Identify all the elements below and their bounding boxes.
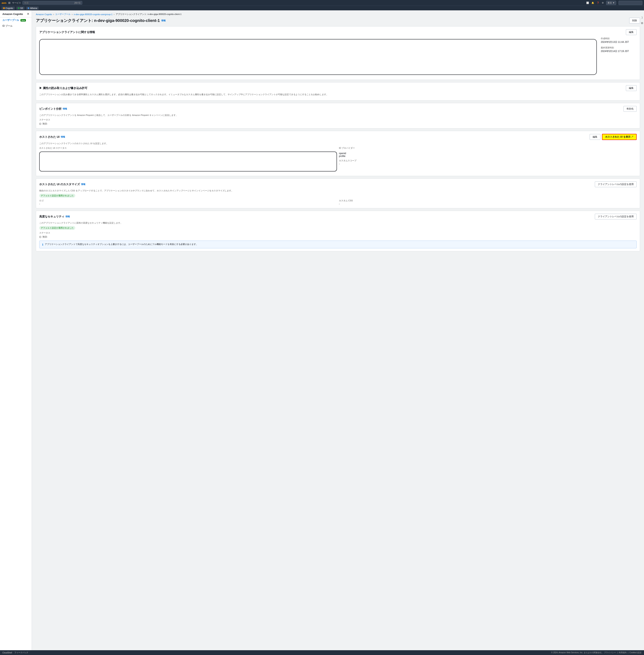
athena-dot [28,7,29,9]
footer-left: CloudShell フィードバック [2,651,28,654]
hosted-ui-edit-button[interactable]: 編集 [590,134,600,140]
s3-tab[interactable]: S3 [16,6,24,10]
hosted-ui-customize-card: ホストされた UI のカスタマイズ 情報 クライアントレベルの設定を使用 独自の… [36,178,640,208]
cookie-link[interactable]: Cookieの設定 [629,651,642,654]
custom-scope-value: - [339,162,637,165]
customize-logo-col: ロゴ - [39,199,337,205]
created-label: 作成時刻 [601,37,637,40]
nav-search-box[interactable] [619,1,642,5]
app-client-info-header: アプリケーションクライアントに関する情報 編集 [39,29,637,35]
footer-right: © 2024, Amazon Web Services, Inc. またはその関… [551,651,642,654]
page-title: アプリケーションクライアント: n-dev-giga-900020-cognit… [36,18,166,23]
app-client-edit-button[interactable]: 編集 [626,29,637,35]
hosted-ui-customize-client-button[interactable]: クライアントレベルの設定を使用 [595,181,637,187]
hosted-ui-customize-info-link[interactable]: 情報 [81,183,86,186]
security-default-badge: デフォルト設定が適用されました [39,226,75,230]
s3-label: S3 [20,7,23,9]
search-bar[interactable]: [Alt+S] [23,1,82,5]
cognito-label: Cognito [5,7,13,9]
customize-logo-label: ロゴ [39,199,337,202]
pinpoint-info-link[interactable]: 情報 [63,107,67,110]
hosted-ui-view-button[interactable]: ホストされた UI を表示 ↗ [602,134,637,140]
grid-icon[interactable]: ⊞ [8,1,10,4]
nav-right: ⬜ 🔔 ❓ ⚙ 東京 ▼ [586,1,642,5]
hosted-ui-idprovider-header: ID プロバイダー [339,146,637,150]
customize-default-badge: デフォルト設定が適用されました [39,194,75,198]
breadcrumb: Amazon Cognito › ユーザープール › n-dev-giga-90… [36,13,640,16]
security-status-dot [39,236,41,238]
page-title-row: アプリケーションクライアント: n-dev-giga-900020-cognit… [36,18,640,23]
top-nav: aws ⊞ サービス [Alt+S] ⬜ 🔔 ❓ ⚙ 東京 ▼ [0,0,644,5]
sidebar: Amazon Cognito ✕ ユーザープール New ID プール [0,10,32,650]
advanced-security-info-link[interactable]: 情報 [66,215,70,218]
attributes-card: ▶ 属性の読み取りおよび書き込み許可 編集 このアプリケーションが読み書きできる… [36,82,640,100]
advanced-security-client-button[interactable]: クライアントレベルの設定を使用 [595,214,637,220]
hosted-ui-id-provider-col: openid profile カスタムスコープ - [339,150,637,173]
side-icons: ⟩ ⚙ [640,16,644,25]
region-selector[interactable]: 東京 ▼ [606,1,616,5]
breadcrumb-sep-2: › [72,13,72,16]
pinpoint-status-label: ステータス [39,118,637,121]
delete-button[interactable]: 削除 [629,18,640,23]
side-expand-icon[interactable]: ⟩ [640,16,644,20]
hosted-ui-field-headers: ホストされた UI ステータス ID プロバイダー [39,146,637,150]
attributes-collapsible[interactable]: ▶ 属性の読み取りおよび書き込み許可 [39,86,87,90]
hosted-ui-status-header: ホストされた UI ステータス [39,146,337,150]
cognito-tab[interactable]: Cognito [2,6,15,10]
breadcrumb-current: アプリケーションクライアント: n-dev-giga-900020-cognit… [116,13,182,16]
pinpoint-status-row: 無効 [39,122,637,126]
breadcrumb-userpool[interactable]: ユーザープール [55,13,70,16]
breadcrumb-usergroup[interactable]: n-dev-giga-900020-cognito-usergroup-1 [74,13,112,16]
search-input[interactable] [24,2,74,4]
hosted-ui-buttons: 編集 ホストされた UI を表示 ↗ [590,134,637,140]
advanced-security-card: 高度なセキュリティ 情報 クライアントレベルの設定を使用 このアプリケーションク… [36,211,640,251]
gear-icon[interactable]: ⚙ [602,2,604,4]
pinpoint-enable-button[interactable]: 有効化 [623,106,637,112]
app-client-content-box [39,39,597,75]
info-circle-icon: ℹ [42,243,43,246]
aws-logo[interactable]: aws [2,1,6,4]
hosted-ui-card: ホストされた UI 情報 編集 ホストされた UI を表示 ↗ このアプリケーシ… [36,131,640,176]
hosted-ui-title: ホストされた UI 情報 [39,135,65,139]
cloudshell-button[interactable]: CloudShell [2,652,12,654]
sidebar-title: Amazon Cognito [2,13,23,16]
advanced-security-header: 高度なセキュリティ 情報 クライアントレベルの設定を使用 [39,214,637,220]
athena-tab[interactable]: Athena [26,6,39,10]
attributes-desc: このアプリケーションが読み書きできる標準属性とカスタム属性を選択します。必須の属… [39,93,637,96]
openid-value: openid [339,152,637,155]
customize-fields: ロゴ - カスタム CSS - [39,199,637,205]
monitor-icon[interactable]: ⬜ [586,2,589,4]
sidebar-item-userpool[interactable]: ユーザープール New [0,17,32,23]
services-menu[interactable]: サービス [12,1,21,4]
updated-value: 2024年5月14日 17:19 JST [601,50,637,53]
attributes-edit-button[interactable]: 編集 [626,85,637,91]
sidebar-item-idpool[interactable]: ID プール [0,23,32,29]
app-client-info-card: アプリケーションクライアントに関する情報 編集 作成時刻 2024年5月13日 … [36,26,640,80]
advanced-security-desc: このアプリケーションクライアントに固有の高度なセキュリティ機能を設定します。 [39,222,637,224]
sidebar-header: Amazon Cognito ✕ [0,10,32,17]
bell-icon[interactable]: 🔔 [592,2,594,4]
page-info-link[interactable]: 情報 [161,19,166,22]
cognito-dot [3,7,5,9]
breadcrumb-cognito[interactable]: Amazon Cognito [36,13,52,16]
terms-link[interactable]: 利用規約 [619,651,627,654]
pinpoint-card: ピンポイント分析 情報 有効化 このアプリケーションクライアントを Amazon… [36,103,640,129]
hosted-ui-header: ホストされた UI 情報 編集 ホストされた UI を表示 ↗ [39,134,637,140]
second-nav: Cognito S3 Athena [0,5,644,10]
pinpoint-status-value: 無効 [42,122,47,126]
security-status-row: 無効 [39,235,637,239]
feedback-button[interactable]: フィードバック [14,651,28,654]
hosted-ui-scrollable [39,152,337,172]
advanced-security-title: 高度なセキュリティ 情報 [39,215,70,219]
privacy-link[interactable]: プライバシー [604,651,616,654]
hosted-ui-info-link[interactable]: 情報 [61,135,65,138]
custom-scope-header: カスタムスコープ [339,159,637,162]
pinpoint-title: ピンポイント分析 情報 [39,107,67,111]
side-settings-icon[interactable]: ⚙ [640,22,644,25]
attributes-title: ▶ 属性の読み取りおよび書き込み許可 [39,86,87,90]
pinpoint-desc: このアプリケーションクライアントを Amazon Pinpoint と統合して、… [39,114,637,117]
sidebar-close-button[interactable]: ✕ [27,12,29,16]
aws-logo-text: aws [2,1,6,4]
help-icon[interactable]: ❓ [597,2,599,4]
s3-dot [18,7,20,9]
